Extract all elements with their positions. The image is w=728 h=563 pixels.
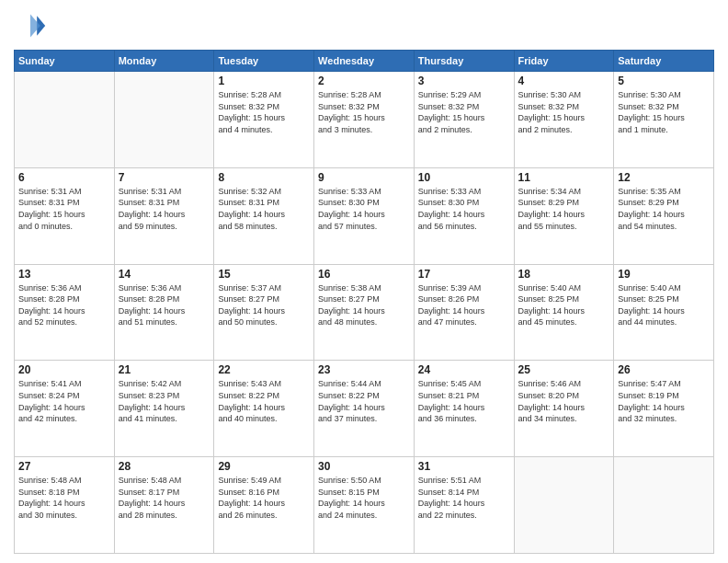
calendar-cell: 4Sunrise: 5:30 AM Sunset: 8:32 PM Daylig… (514, 72, 614, 168)
calendar-cell (114, 72, 214, 168)
calendar-cell: 18Sunrise: 5:40 AM Sunset: 8:25 PM Dayli… (514, 264, 614, 361)
calendar-cell: 7Sunrise: 5:31 AM Sunset: 8:31 PM Daylig… (114, 167, 214, 264)
calendar-week-row: 13Sunrise: 5:36 AM Sunset: 8:28 PM Dayli… (15, 264, 714, 361)
day-number: 25 (518, 363, 610, 376)
calendar-cell: 17Sunrise: 5:39 AM Sunset: 8:26 PM Dayli… (414, 264, 514, 361)
calendar-cell: 24Sunrise: 5:45 AM Sunset: 8:21 PM Dayli… (414, 361, 514, 457)
day-number: 8 (218, 171, 310, 184)
calendar-cell (514, 457, 614, 554)
calendar-cell: 21Sunrise: 5:42 AM Sunset: 8:23 PM Dayli… (114, 361, 214, 457)
day-number: 15 (218, 268, 310, 281)
day-number: 26 (618, 363, 710, 376)
day-info: Sunrise: 5:35 AM Sunset: 8:29 PM Dayligh… (618, 186, 710, 232)
calendar-cell: 3Sunrise: 5:29 AM Sunset: 8:32 PM Daylig… (414, 72, 514, 168)
day-info: Sunrise: 5:28 AM Sunset: 8:32 PM Dayligh… (318, 89, 410, 135)
day-info: Sunrise: 5:32 AM Sunset: 8:31 PM Dayligh… (218, 186, 310, 232)
calendar-cell: 10Sunrise: 5:33 AM Sunset: 8:30 PM Dayli… (414, 167, 514, 264)
calendar-cell: 23Sunrise: 5:44 AM Sunset: 8:22 PM Dayli… (314, 361, 415, 457)
calendar-cell: 8Sunrise: 5:32 AM Sunset: 8:31 PM Daylig… (214, 167, 314, 264)
weekday-header: Friday (514, 51, 614, 72)
calendar-cell: 25Sunrise: 5:46 AM Sunset: 8:20 PM Dayli… (514, 361, 614, 457)
day-info: Sunrise: 5:40 AM Sunset: 8:25 PM Dayligh… (518, 282, 610, 328)
weekday-header-row: SundayMondayTuesdayWednesdayThursdayFrid… (15, 51, 714, 72)
day-number: 6 (18, 171, 110, 184)
day-number: 20 (18, 363, 110, 376)
calendar-week-row: 20Sunrise: 5:41 AM Sunset: 8:24 PM Dayli… (15, 361, 714, 457)
day-number: 23 (318, 363, 410, 376)
calendar-cell: 31Sunrise: 5:51 AM Sunset: 8:14 PM Dayli… (414, 457, 514, 554)
page: SundayMondayTuesdayWednesdayThursdayFrid… (0, 0, 728, 563)
day-number: 13 (18, 268, 110, 281)
logo (14, 9, 51, 42)
day-number: 14 (119, 268, 210, 281)
day-number: 31 (418, 460, 510, 473)
day-number: 29 (218, 460, 310, 473)
day-number: 24 (418, 363, 510, 376)
day-info: Sunrise: 5:40 AM Sunset: 8:25 PM Dayligh… (618, 282, 710, 328)
logo-icon (14, 9, 47, 42)
calendar-cell: 20Sunrise: 5:41 AM Sunset: 8:24 PM Dayli… (15, 361, 115, 457)
calendar-cell: 28Sunrise: 5:48 AM Sunset: 8:17 PM Dayli… (114, 457, 214, 554)
day-info: Sunrise: 5:49 AM Sunset: 8:16 PM Dayligh… (218, 475, 310, 521)
day-info: Sunrise: 5:43 AM Sunset: 8:22 PM Dayligh… (218, 378, 310, 424)
calendar-table: SundayMondayTuesdayWednesdayThursdayFrid… (14, 50, 714, 554)
calendar-cell: 27Sunrise: 5:48 AM Sunset: 8:18 PM Dayli… (15, 457, 115, 554)
calendar-body: 1Sunrise: 5:28 AM Sunset: 8:32 PM Daylig… (15, 72, 714, 554)
calendar-cell: 30Sunrise: 5:50 AM Sunset: 8:15 PM Dayli… (314, 457, 415, 554)
weekday-header: Tuesday (214, 51, 314, 72)
calendar-cell: 26Sunrise: 5:47 AM Sunset: 8:19 PM Dayli… (614, 361, 714, 457)
calendar-cell: 14Sunrise: 5:36 AM Sunset: 8:28 PM Dayli… (114, 264, 214, 361)
header (14, 9, 714, 42)
day-info: Sunrise: 5:29 AM Sunset: 8:32 PM Dayligh… (418, 89, 510, 135)
day-info: Sunrise: 5:50 AM Sunset: 8:15 PM Dayligh… (318, 475, 410, 521)
day-number: 27 (18, 460, 110, 473)
day-number: 4 (518, 75, 610, 87)
day-info: Sunrise: 5:48 AM Sunset: 8:18 PM Dayligh… (18, 475, 110, 521)
day-info: Sunrise: 5:51 AM Sunset: 8:14 PM Dayligh… (418, 475, 510, 521)
calendar-cell: 1Sunrise: 5:28 AM Sunset: 8:32 PM Daylig… (214, 72, 314, 168)
day-number: 7 (119, 171, 210, 184)
day-info: Sunrise: 5:28 AM Sunset: 8:32 PM Dayligh… (218, 89, 310, 135)
day-number: 1 (218, 75, 310, 87)
svg-marker-1 (30, 14, 40, 37)
day-number: 9 (318, 171, 410, 184)
day-info: Sunrise: 5:30 AM Sunset: 8:32 PM Dayligh… (518, 89, 610, 135)
day-info: Sunrise: 5:48 AM Sunset: 8:17 PM Dayligh… (119, 475, 210, 521)
day-number: 16 (318, 268, 410, 281)
day-info: Sunrise: 5:44 AM Sunset: 8:22 PM Dayligh… (318, 378, 410, 424)
day-number: 10 (418, 171, 510, 184)
weekday-header: Sunday (15, 51, 115, 72)
calendar-cell: 15Sunrise: 5:37 AM Sunset: 8:27 PM Dayli… (214, 264, 314, 361)
day-number: 28 (119, 460, 210, 473)
day-info: Sunrise: 5:36 AM Sunset: 8:28 PM Dayligh… (18, 282, 110, 328)
day-info: Sunrise: 5:33 AM Sunset: 8:30 PM Dayligh… (418, 186, 510, 232)
day-info: Sunrise: 5:31 AM Sunset: 8:31 PM Dayligh… (18, 186, 110, 232)
day-number: 21 (119, 363, 210, 376)
day-info: Sunrise: 5:30 AM Sunset: 8:32 PM Dayligh… (618, 89, 710, 135)
calendar-week-row: 27Sunrise: 5:48 AM Sunset: 8:18 PM Dayli… (15, 457, 714, 554)
calendar-cell: 13Sunrise: 5:36 AM Sunset: 8:28 PM Dayli… (15, 264, 115, 361)
calendar-cell (15, 72, 115, 168)
calendar-cell: 12Sunrise: 5:35 AM Sunset: 8:29 PM Dayli… (614, 167, 714, 264)
weekday-header: Saturday (614, 51, 714, 72)
day-number: 18 (518, 268, 610, 281)
day-info: Sunrise: 5:37 AM Sunset: 8:27 PM Dayligh… (218, 282, 310, 328)
calendar-cell: 5Sunrise: 5:30 AM Sunset: 8:32 PM Daylig… (614, 72, 714, 168)
day-number: 12 (618, 171, 710, 184)
day-info: Sunrise: 5:33 AM Sunset: 8:30 PM Dayligh… (318, 186, 410, 232)
calendar-week-row: 1Sunrise: 5:28 AM Sunset: 8:32 PM Daylig… (15, 72, 714, 168)
day-info: Sunrise: 5:39 AM Sunset: 8:26 PM Dayligh… (418, 282, 510, 328)
weekday-header: Monday (114, 51, 214, 72)
day-info: Sunrise: 5:34 AM Sunset: 8:29 PM Dayligh… (518, 186, 610, 232)
day-number: 5 (618, 75, 710, 87)
day-info: Sunrise: 5:41 AM Sunset: 8:24 PM Dayligh… (18, 378, 110, 424)
calendar-cell: 6Sunrise: 5:31 AM Sunset: 8:31 PM Daylig… (15, 167, 115, 264)
calendar-cell: 9Sunrise: 5:33 AM Sunset: 8:30 PM Daylig… (314, 167, 415, 264)
day-number: 30 (318, 460, 410, 473)
calendar-cell: 19Sunrise: 5:40 AM Sunset: 8:25 PM Dayli… (614, 264, 714, 361)
calendar-cell: 16Sunrise: 5:38 AM Sunset: 8:27 PM Dayli… (314, 264, 415, 361)
day-number: 2 (318, 75, 410, 87)
day-number: 19 (618, 268, 710, 281)
day-number: 17 (418, 268, 510, 281)
calendar-cell (614, 457, 714, 554)
